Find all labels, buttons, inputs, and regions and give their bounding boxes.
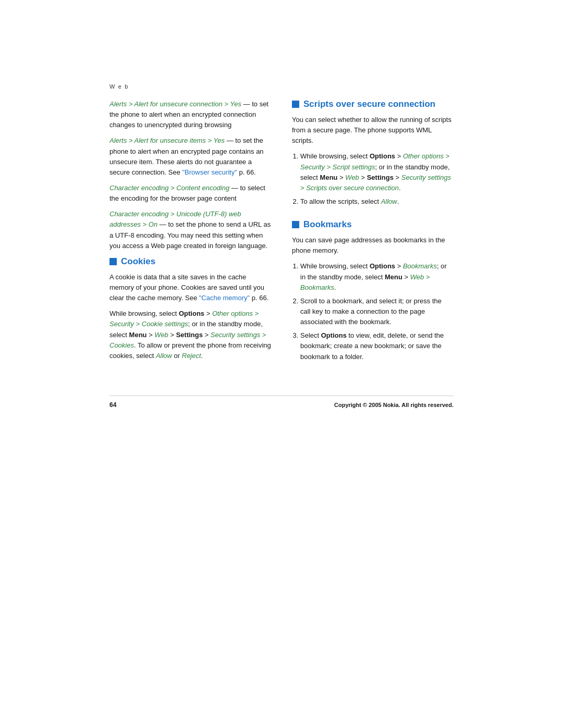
bookmarks-menu-bold: Menu xyxy=(385,273,402,281)
scripts-options-bold: Options xyxy=(370,152,395,160)
bookmarks-section: Bookmarks You can save page addresses as… xyxy=(292,219,454,362)
cookies-intro-text: A cookie is data that a site saves in th… xyxy=(109,272,271,303)
right-column: Scripts over secure connection You can s… xyxy=(292,99,454,375)
cookies-options-bold: Options xyxy=(179,310,204,317)
scripts-step-2: To allow the scripts, select Allow. xyxy=(300,196,454,207)
bookmarks-steps-list: While browsing, select Options > Bookmar… xyxy=(292,261,454,362)
section-label: W e b xyxy=(109,83,454,90)
bookmarks-step-2: Scroll to a bookmark, and select it; or … xyxy=(300,296,454,327)
cookies-heading: Cookies xyxy=(109,256,271,267)
two-col-layout: Alerts > Alert for unsecure connection >… xyxy=(109,99,454,375)
scripts-section: Scripts over secure connection You can s… xyxy=(292,99,454,207)
cache-memory-link[interactable]: "Cache memory" xyxy=(199,294,250,302)
cookies-web-link[interactable]: Web xyxy=(154,331,168,339)
scripts-allow-link[interactable]: Allow xyxy=(381,198,397,205)
char-encoding-block-1: Character encoding > Content encoding — … xyxy=(109,183,271,204)
scripts-menu-bold: Menu xyxy=(320,174,338,181)
scripts-web-link[interactable]: Web xyxy=(345,174,359,181)
scripts-heading-text: Scripts over secure connection xyxy=(303,99,435,109)
footer-page-number: 64 xyxy=(109,401,116,409)
bookmarks-heading-text: Bookmarks xyxy=(303,219,352,230)
bookmarks-step-1: While browsing, select Options > Bookmar… xyxy=(300,261,454,292)
alerts-unsecure-items-link[interactable]: Alerts > Alert for unsecure items > Yes xyxy=(109,137,225,144)
cookies-heading-icon xyxy=(109,258,117,265)
cookies-heading-text: Cookies xyxy=(121,256,155,267)
alerts-block2-suffix: p. 66. xyxy=(237,168,256,176)
cookies-body-text: While browsing, select Options > Other o… xyxy=(109,309,271,361)
cookies-menu-bold: Menu xyxy=(129,331,147,339)
alerts-block-1: Alerts > Alert for unsecure connection >… xyxy=(109,99,271,130)
browser-security-link[interactable]: "Browser security" xyxy=(182,168,237,176)
footer: 64 Copyright © 2005 Nokia. All rights re… xyxy=(109,396,454,409)
char-encoding-content-link[interactable]: Character encoding > Content encoding xyxy=(109,184,229,192)
cookies-settings-bold: Settings xyxy=(176,331,203,339)
bookmarks-step-3: Select Options to view, edit, delete, or… xyxy=(300,330,454,362)
scripts-settings-bold: Settings xyxy=(367,174,394,181)
bookmarks-heading: Bookmarks xyxy=(292,219,454,230)
bookmarks-link[interactable]: Bookmarks xyxy=(403,262,437,270)
char-encoding-block-2: Character encoding > Unicode (UTF-8) web… xyxy=(109,209,271,251)
page: W e b Alerts > Alert for unsecure connec… xyxy=(78,0,485,450)
bookmarks-web-bookmarks-link[interactable]: Web > Bookmarks xyxy=(300,273,430,291)
scripts-intro-text: You can select whether to allow the runn… xyxy=(292,115,454,146)
cookies-reject-link[interactable]: Reject xyxy=(182,352,201,360)
left-column: Alerts > Alert for unsecure connection >… xyxy=(109,99,271,375)
scripts-steps-list: While browsing, select Options > Other o… xyxy=(292,151,454,207)
alerts-unsecure-connection-link[interactable]: Alerts > Alert for unsecure connection >… xyxy=(109,100,241,108)
bookmarks-options-bold-3: Options xyxy=(321,331,347,339)
cookies-allow-link[interactable]: Allow xyxy=(156,352,172,360)
scripts-heading-icon xyxy=(292,101,299,108)
scripts-step-1: While browsing, select Options > Other o… xyxy=(300,151,454,193)
cookies-section: Cookies A cookie is data that a site sav… xyxy=(109,256,271,361)
bookmarks-intro-text: You can save page addresses as bookmarks… xyxy=(292,235,454,256)
bookmarks-heading-icon xyxy=(292,221,299,228)
bookmarks-options-bold: Options xyxy=(370,262,395,270)
scripts-heading: Scripts over secure connection xyxy=(292,99,454,109)
footer-copyright-text: Copyright © 2005 Nokia. All rights reser… xyxy=(334,402,454,408)
alerts-block-2: Alerts > Alert for unsecure items > Yes … xyxy=(109,135,271,178)
